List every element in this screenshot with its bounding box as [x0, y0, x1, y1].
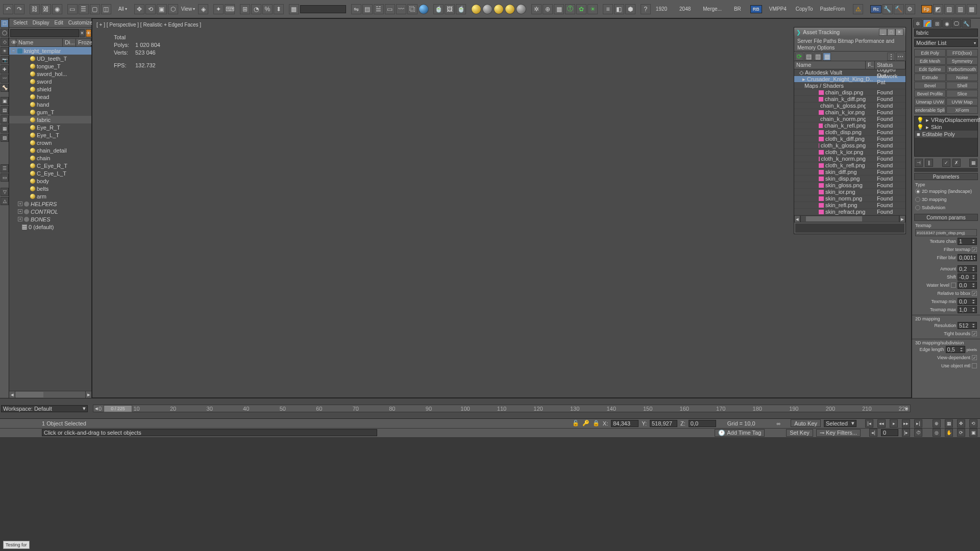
scene-menu-edit[interactable]: Edit — [55, 20, 63, 26]
asset-file-row[interactable]: chain_k_gloss.pngFound — [794, 103, 905, 109]
link-icon[interactable]: ⛓ — [30, 4, 40, 14]
tree-item[interactable]: sword_hol... — [9, 70, 91, 78]
chk-useobj[interactable] — [972, 363, 977, 368]
workspace-dropdown[interactable]: Workspace: Default▾ — [1, 405, 88, 412]
filter-dropdown[interactable]: All▾ — [116, 6, 129, 12]
t1-icon[interactable]: ◩ — [933, 4, 943, 14]
tree-item[interactable]: hand — [9, 101, 91, 108]
tab-utility-icon[interactable]: 🔧 — [962, 19, 971, 28]
rail-b2-icon[interactable]: ▭ — [1, 173, 9, 182]
asset-file-row[interactable]: cloth_k_diff.pngFound — [794, 136, 905, 142]
asset-tb5-icon[interactable]: ⋮ — [887, 53, 895, 61]
tree-item[interactable]: Eye_R_T — [9, 123, 91, 131]
scene-hdr-froze[interactable]: Froze — [76, 39, 91, 46]
nav1-icon[interactable]: ⊕ — [933, 419, 941, 428]
help-icon[interactable]: ? — [641, 4, 651, 14]
unlink-icon[interactable]: ⛓̸ — [41, 4, 51, 14]
keyfilters-button[interactable]: ⊸ Key Filters... — [816, 429, 861, 437]
rail-select-all-icon[interactable]: ☐ — [1, 19, 9, 28]
rotate-icon[interactable]: ⟲ — [145, 4, 156, 14]
refcoord-dropdown[interactable]: View▾ — [179, 6, 198, 12]
goto-end-icon[interactable]: ▸| — [914, 419, 922, 428]
modifier-button[interactable]: Edit Poly — [914, 49, 946, 57]
frame-input[interactable]: 0 — [881, 429, 898, 436]
tree-root[interactable]: − knight_templar — [9, 47, 91, 55]
bind-icon[interactable]: ◉ — [52, 4, 62, 14]
nav3-icon[interactable]: ✥ — [957, 419, 965, 428]
coord-z[interactable]: 0,0 — [689, 420, 716, 427]
prev-frame-icon[interactable]: ◂◂ — [877, 419, 886, 428]
scene-hdr-name[interactable]: Name — [16, 39, 63, 46]
named-sel-dropdown[interactable] — [300, 5, 346, 13]
mirror-icon[interactable]: ⇋ — [351, 4, 361, 14]
modifier-stack[interactable]: 💡▸VRayDisplacementMod 💡▸Skin ■Editable P… — [914, 116, 978, 157]
asset-max-icon[interactable]: □ — [887, 29, 895, 36]
named-sel-icon[interactable]: ▦ — [289, 4, 299, 14]
res-spinner[interactable]: 512▴▾ — [958, 322, 977, 329]
keymode-icon[interactable]: ⌨ — [225, 4, 235, 14]
lock-icon[interactable]: 🔓 — [572, 420, 579, 427]
select-icon[interactable]: ▭ — [67, 4, 78, 14]
asset-file-row[interactable]: chain_k_diff.pngFound — [794, 96, 905, 103]
scene-menu-display[interactable]: Display — [33, 20, 50, 26]
asset-file-row[interactable]: cloth_disp.pngFound — [794, 129, 905, 136]
asset-file-row[interactable]: skin_gloss.pngFound — [794, 182, 905, 189]
scene-search-clear-icon[interactable]: ✕ — [80, 29, 85, 37]
autokey-button[interactable]: Auto Key — [791, 419, 821, 427]
nav6-icon[interactable]: ✋ — [945, 429, 953, 437]
rail-light-icon[interactable]: ☀ — [1, 47, 9, 55]
asset-file-row[interactable]: chain_disp.pngFound — [794, 89, 905, 96]
tab-motion-icon[interactable]: ◉ — [942, 19, 951, 28]
hair-icon[interactable]: ≡ — [603, 4, 613, 14]
stack-tb3-icon[interactable]: ✓ — [942, 159, 950, 167]
rendered-frame-icon[interactable]: 🖼 — [445, 4, 455, 14]
rb-badge[interactable]: RB — [750, 5, 762, 13]
tree-item[interactable]: fabric — [9, 116, 91, 123]
rail-camera-icon[interactable]: 📷 — [1, 56, 9, 64]
light-icon[interactable]: ✿ — [576, 4, 586, 14]
scene-view-icon[interactable]: 👁 — [86, 29, 91, 37]
select-name-icon[interactable]: ☰ — [79, 4, 89, 14]
rail-f2-icon[interactable]: ▤ — [1, 106, 9, 114]
rail-f4-icon[interactable]: ▦ — [1, 124, 9, 133]
expand-icon[interactable]: + — [18, 202, 22, 206]
mat-slot-1-icon[interactable] — [471, 4, 481, 14]
keymode-dropdown[interactable]: Selected▾ — [824, 420, 856, 427]
asset-refresh-icon[interactable]: ⟳ — [795, 53, 803, 61]
tree-item[interactable]: arm — [9, 192, 91, 200]
rail-c2-icon[interactable]: △ — [1, 197, 9, 205]
t2-icon[interactable]: ▨ — [944, 4, 954, 14]
tree-layer[interactable]: ☰ 0 (default) — [9, 223, 91, 231]
config-icon[interactable]: ⚙ — [905, 4, 915, 14]
undo-icon[interactable]: ↶ — [3, 4, 13, 14]
asset-tb3-icon[interactable]: ▥ — [814, 53, 822, 61]
snap-icon[interactable]: ⊞ — [240, 4, 250, 14]
scene-menu-select[interactable]: Select — [13, 20, 28, 26]
nav5-icon[interactable]: ◎ — [933, 429, 941, 437]
t4-icon[interactable]: ▦ — [967, 4, 977, 14]
rail-geom-icon[interactable]: ◯ — [1, 29, 9, 37]
nav7-icon[interactable]: ⟳ — [957, 429, 965, 437]
collapse-icon[interactable]: − — [11, 48, 16, 53]
modifier-button[interactable]: Shell — [946, 82, 978, 89]
radio-subdiv[interactable] — [915, 205, 920, 210]
play-icon[interactable]: ▸ — [890, 419, 898, 428]
asset-tb2-icon[interactable]: ▤ — [804, 53, 813, 61]
scene-hscroll[interactable]: ◂ ▸ — [9, 391, 91, 398]
render-icon[interactable]: 🍵 — [456, 4, 466, 14]
expand-icon[interactable]: + — [18, 209, 22, 214]
modifier-button[interactable]: Edit Mesh — [914, 57, 946, 65]
next-frame-icon[interactable]: ▸▸ — [902, 419, 910, 428]
scene-menu-customize[interactable]: Customize — [68, 20, 92, 26]
stack-tb4-icon[interactable]: ✗ — [952, 159, 961, 167]
tree-item[interactable]: gum_T — [9, 108, 91, 116]
scale-icon[interactable]: ▣ — [157, 4, 167, 14]
chk-relbbox[interactable] — [972, 291, 977, 296]
rc-badge[interactable]: Rc — [870, 5, 881, 13]
setkey-button[interactable]: Set Key — [786, 429, 813, 437]
warn-icon[interactable]: ⚠ — [853, 4, 863, 14]
t3-icon[interactable]: ▥ — [955, 4, 966, 14]
bulb-icon[interactable]: 💡 — [917, 117, 924, 123]
rail-b1-icon[interactable]: ☰ — [1, 164, 9, 172]
prev-key-icon[interactable]: ◂| — [869, 429, 877, 437]
